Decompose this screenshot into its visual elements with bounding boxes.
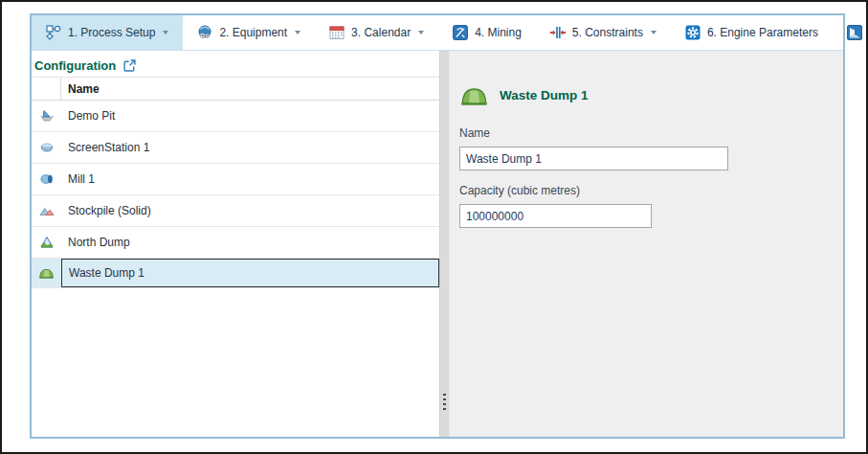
name-field[interactable] [459,147,728,170]
capacity-field-label: Capacity (cubic metres) [459,184,843,197]
stockpile-icon [39,203,55,218]
capacity-field[interactable] [459,204,652,228]
tab-label: 2. Equipment [219,26,287,39]
name-column-header: Name [61,82,439,96]
tab-label: 6. Engine Parameters [707,26,818,39]
chevron-down-icon [651,31,657,34]
tab-constraints[interactable]: 5. Constraints [536,15,671,50]
list-item-waste-dump[interactable]: Waste Dump 1 [32,259,439,288]
content-area: Configuration Name [32,51,843,437]
panel-splitter[interactable] [440,51,450,437]
configuration-title: Configuration [34,58,116,73]
viewer-icon [847,25,862,40]
app-window: 1. Process Setup 2. Equipment [30,13,845,439]
tab-viewer[interactable]: 7. Viewer [833,15,868,50]
list-item-screenstation[interactable]: ScreenStation 1 [32,132,439,164]
configuration-panel: Configuration Name [32,51,440,437]
chevron-down-icon [295,31,300,34]
tab-label: 4. Mining [475,26,522,39]
detail-panel-title: Waste Dump 1 [500,88,589,102]
list-item-label: ScreenStation 1 [61,132,439,163]
engine-parameters-icon [685,25,701,40]
tab-engine-parameters[interactable]: 6. Engine Parameters [671,15,833,50]
detail-panel: Waste Dump 1 Name Capacity (cubic metres… [450,51,843,437]
tab-mining[interactable]: 4. Mining [438,15,536,50]
list-item-label: Mill 1 [61,164,439,194]
tab-equipment[interactable]: 2. Equipment [183,15,315,50]
list-item-label: Stockpile (Solid) [61,195,439,226]
equipment-icon [197,25,212,40]
splitter-grip-icon[interactable] [443,394,446,410]
screen-station-icon [39,140,55,155]
mining-icon [453,25,468,40]
chevron-down-icon [418,31,424,34]
list-item-mill[interactable]: Mill 1 [32,164,439,195]
list-item-label: North Dump [61,227,439,258]
tab-label: 1. Process Setup [68,26,155,39]
mill-icon [39,171,55,187]
tab-process-setup[interactable]: 1. Process Setup [32,15,183,50]
list-item-demo-pit[interactable]: Demo Pit [32,101,439,132]
chevron-down-icon [163,31,168,34]
list-item-label: Waste Dump 1 [61,259,439,287]
list-column-header: Name [32,77,439,101]
process-setup-icon [46,25,61,40]
external-link-icon[interactable] [122,58,137,73]
waste-dump-icon [459,83,489,107]
pit-icon [39,108,55,124]
detail-panel-header: Waste Dump 1 [459,83,843,107]
calendar-icon [329,25,345,40]
main-tab-bar: 1. Process Setup 2. Equipment [32,15,843,51]
constraints-icon [550,25,566,40]
list-item-label: Demo Pit [61,101,439,131]
tab-label: 3. Calendar [351,26,411,39]
list-item-north-dump[interactable]: North Dump [32,227,439,259]
north-dump-icon [39,235,55,250]
tab-calendar[interactable]: 3. Calendar [315,15,438,50]
name-field-label: Name [459,126,843,140]
tab-label: 5. Constraints [572,26,643,39]
waste-dump-icon [38,266,55,280]
screenshot-canvas: 1. Process Setup 2. Equipment [0,0,868,454]
list-item-stockpile[interactable]: Stockpile (Solid) [32,195,439,227]
icon-column-header [32,78,61,100]
configuration-header: Configuration [32,51,439,77]
